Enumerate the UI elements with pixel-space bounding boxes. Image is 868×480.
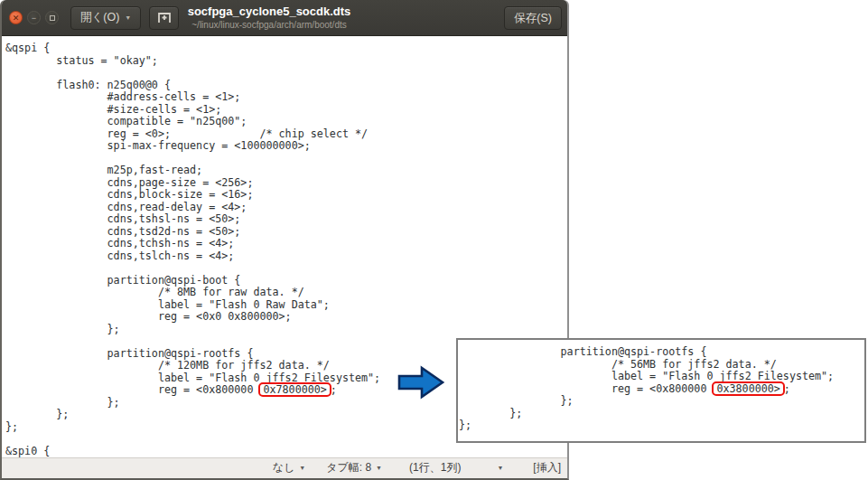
- title-block: socfpga_cyclone5_socdk.dts ~/linux/linux…: [188, 5, 351, 31]
- open-button-label: 開く(O): [80, 10, 119, 25]
- red-highlight-box-modified: 0x3800000>: [712, 381, 784, 396]
- tab-width-label: タブ幅: 8: [326, 460, 371, 475]
- titlebar: ✕ − 開く(O) ▼ socfpga_cyclo: [2, 0, 567, 36]
- minimize-icon: −: [32, 13, 36, 24]
- new-document-button[interactable]: [149, 6, 179, 30]
- open-button[interactable]: 開く(O) ▼: [70, 6, 141, 30]
- close-button[interactable]: ✕: [9, 11, 23, 24]
- document-title: socfpga_cyclone5_socdk.dts: [188, 5, 351, 19]
- insert-mode-label: [挿入]: [533, 460, 561, 475]
- save-button-label: 保存(S): [514, 11, 552, 26]
- minimize-button[interactable]: −: [27, 11, 41, 24]
- red-highlight-box-original: 0x7800000>: [258, 382, 331, 397]
- maximize-button[interactable]: [45, 11, 59, 24]
- statusbar: なし ▼ タブ幅: 8 ▼ (1行、1列) ▼ [挿入]: [2, 457, 567, 478]
- modified-code-inset: partition@qspi-rootfs { /* 56MB for jffs…: [456, 338, 866, 443]
- document-path: ~/linux/linux-socfpga/arch/arm/boot/dts: [188, 19, 351, 31]
- screenshot-root: ✕ − 開く(O) ▼ socfpga_cyclo: [0, 0, 868, 480]
- chevron-down-icon: ▼: [376, 465, 382, 471]
- new-document-icon: [157, 11, 172, 24]
- window-controls: ✕ −: [9, 11, 59, 24]
- chevron-down-icon: ▼: [299, 465, 305, 471]
- language-mode-label: なし: [273, 460, 295, 475]
- save-button[interactable]: 保存(S): [504, 6, 562, 30]
- arrow-right-icon: [397, 365, 446, 400]
- code-before-highlight: &qspi { status = "okay"; flash0: n25q00@…: [5, 42, 380, 396]
- cursor-position-label: (1行、1列): [409, 460, 461, 475]
- chevron-down-icon: ▼: [125, 14, 131, 21]
- statusbar-dropdown[interactable]: ▼: [497, 465, 503, 471]
- annotation-arrow: [397, 365, 446, 400]
- maximize-icon: [50, 15, 55, 21]
- close-icon: ✕: [13, 13, 20, 24]
- chevron-down-icon: ▼: [497, 465, 503, 471]
- inset-code-content: partition@qspi-rootfs { /* 56MB for jffs…: [458, 340, 864, 432]
- tab-width-dropdown[interactable]: タブ幅: 8 ▼: [326, 460, 382, 475]
- language-mode-dropdown[interactable]: なし ▼: [273, 460, 306, 475]
